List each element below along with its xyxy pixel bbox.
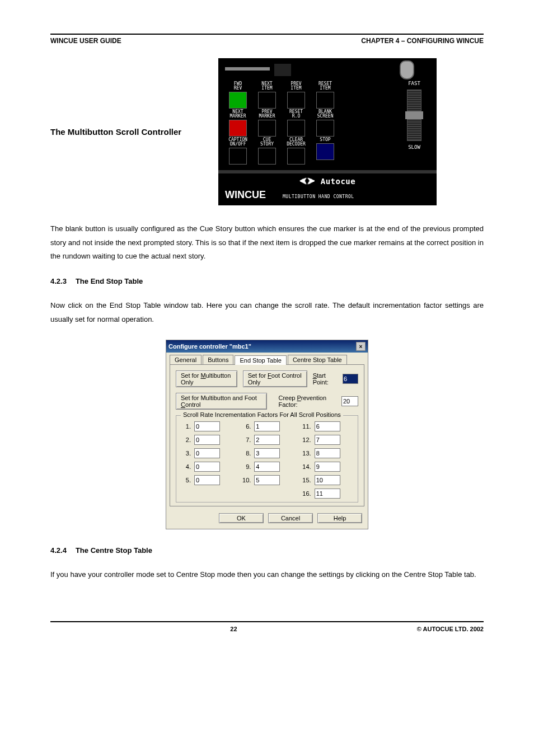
btn-clear-decoder[interactable]: CLEARDECODER — [283, 138, 309, 165]
btn-fwd-rev[interactable]: FWDREV — [225, 82, 251, 109]
header-right: CHAPTER 4 – CONFIGURING WINCUE — [361, 37, 484, 45]
btn-set-foot[interactable]: Set for Foot Control Only — [243, 370, 307, 387]
copyright: © AUTOCUE LTD. 2002 — [417, 626, 484, 632]
pos-15[interactable] — [315, 475, 340, 485]
btn-stop[interactable]: STOP — [312, 138, 338, 165]
help-button[interactable]: Help — [317, 513, 362, 523]
creep-input[interactable] — [341, 396, 358, 406]
controller-panel: FWDREV NEXTITEM PREVITEM RESETITEM NEXTM… — [218, 58, 437, 205]
brand-autocue: ⮜⮞ Autocue — [299, 177, 355, 186]
btn-reset-ro[interactable]: RESETR.O — [283, 110, 309, 137]
pos-8[interactable] — [254, 448, 280, 458]
pos-14[interactable] — [315, 462, 340, 472]
paragraph-1: The blank button is usually configured a… — [50, 222, 484, 264]
figure-caption: The Multibutton Scroll Controller — [50, 127, 207, 137]
pos-12[interactable] — [315, 435, 340, 445]
configure-dialog: Configure controller "mbc1" × General Bu… — [166, 340, 368, 529]
pos-7[interactable] — [254, 435, 280, 445]
pos-2[interactable] — [194, 435, 220, 445]
btn-caption[interactable]: CAPTIONON/OFF — [225, 138, 251, 165]
creep-label: Creep Prevention Factor: — [278, 395, 336, 408]
header-left: WINCUE USER GUIDE — [50, 37, 121, 45]
section-424: 4.2.4The Centre Stop Table — [50, 546, 484, 555]
pos-6[interactable] — [254, 421, 280, 431]
pos-10[interactable] — [254, 475, 280, 485]
cancel-button[interactable]: Cancel — [268, 513, 313, 523]
scroll-positions-group: Scroll Rate Incrementation Factors For A… — [176, 415, 358, 503]
tab-centre-stop[interactable]: Centre Stop Table — [288, 355, 347, 364]
pos-11[interactable] — [315, 421, 340, 431]
btn-reset-item[interactable]: RESETITEM — [312, 82, 338, 109]
tab-general[interactable]: General — [170, 355, 202, 364]
tab-end-stop[interactable]: End Stop Table — [235, 355, 286, 365]
btn-set-multibutton[interactable]: Set for Multibutton Only — [176, 370, 237, 387]
pos-4[interactable] — [194, 462, 220, 472]
btn-prev-item[interactable]: PREVITEM — [283, 82, 309, 109]
speed-slider[interactable]: FAST SLOW — [397, 81, 431, 150]
figure-multibutton: The Multibutton Scroll Controller FWDREV… — [50, 58, 484, 205]
btn-blank-screen[interactable]: BLANKSCREEN — [312, 110, 338, 137]
mouse-icon — [400, 60, 414, 79]
paragraph-3: If you have your controller mode set to … — [50, 568, 484, 582]
pos-5[interactable] — [194, 475, 220, 485]
pos-13[interactable] — [315, 448, 340, 458]
dialog-title: Configure controller "mbc1" — [168, 343, 251, 350]
page-number: 22 — [50, 626, 417, 632]
section-423: 4.2.3The End Stop Table — [50, 277, 484, 285]
close-icon[interactable]: × — [356, 342, 366, 351]
btn-prev-marker[interactable]: PREVMARKER — [254, 110, 280, 137]
btn-set-multi-foot[interactable]: Set for Multibutton and Foot Control — [176, 393, 267, 410]
ok-button[interactable]: OK — [219, 513, 264, 523]
brand-sub: MULTIBUTTON HAND CONTROL — [283, 194, 354, 199]
brand-wincue: WINCUE — [225, 189, 266, 201]
dialog-tabs: General Buttons End Stop Table Centre St… — [166, 353, 368, 364]
tab-buttons[interactable]: Buttons — [203, 355, 233, 364]
paragraph-2: Now click on the End Stop Table window t… — [50, 299, 484, 326]
pos-1[interactable] — [194, 421, 220, 431]
pos-3[interactable] — [194, 448, 220, 458]
btn-next-marker[interactable]: NEXTMARKER — [225, 110, 251, 137]
start-point-input[interactable] — [343, 374, 358, 384]
btn-next-item[interactable]: NEXTITEM — [254, 82, 280, 109]
btn-cue-story[interactable]: CUESTORY — [254, 138, 280, 165]
start-point-label: Start Point: — [313, 372, 337, 386]
pos-9[interactable] — [254, 462, 280, 472]
pos-16[interactable] — [315, 489, 340, 499]
